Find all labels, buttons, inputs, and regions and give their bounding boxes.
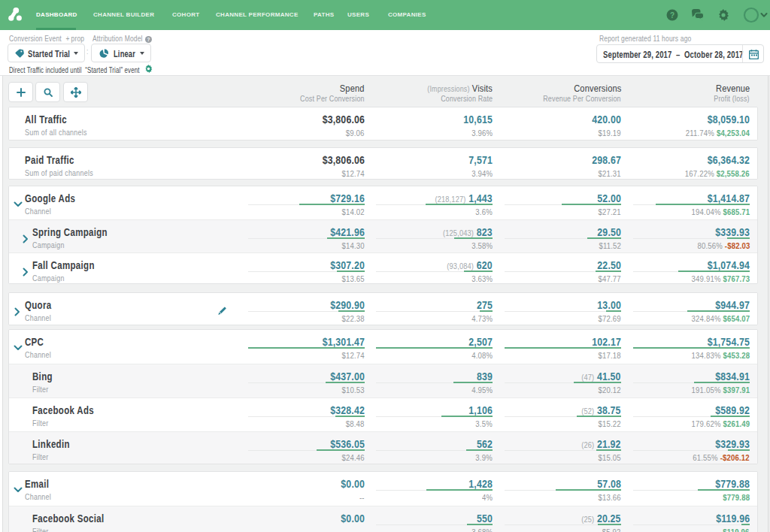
svg-text:?: ? xyxy=(147,37,150,42)
svg-text:?: ? xyxy=(670,11,675,20)
